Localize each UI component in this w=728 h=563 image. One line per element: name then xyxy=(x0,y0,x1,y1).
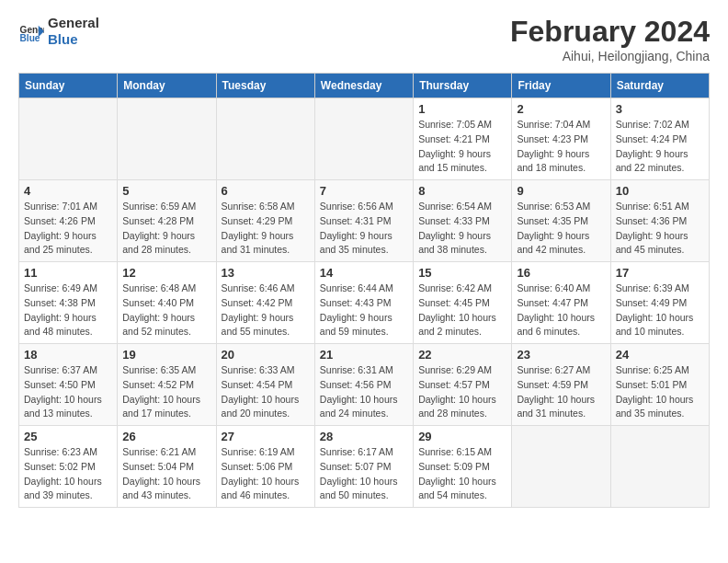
calendar-week-row: 18Sunrise: 6:37 AM Sunset: 4:50 PM Dayli… xyxy=(19,344,710,426)
day-detail: Sunrise: 6:27 AM Sunset: 4:59 PM Dayligh… xyxy=(517,363,605,421)
day-detail: Sunrise: 6:17 AM Sunset: 5:07 PM Dayligh… xyxy=(320,445,408,503)
day-number: 12 xyxy=(122,266,210,280)
calendar-cell: 27Sunrise: 6:19 AM Sunset: 5:06 PM Dayli… xyxy=(216,426,314,508)
logo: General Blue General Blue xyxy=(18,15,99,48)
day-number: 3 xyxy=(616,102,704,116)
calendar-cell: 19Sunrise: 6:35 AM Sunset: 4:52 PM Dayli… xyxy=(118,344,216,426)
logo-icon: General Blue xyxy=(18,18,44,44)
calendar-cell: 14Sunrise: 6:44 AM Sunset: 4:43 PM Dayli… xyxy=(314,262,413,344)
calendar-cell xyxy=(118,98,216,180)
weekday-header-tuesday: Tuesday xyxy=(216,74,314,98)
weekday-header-wednesday: Wednesday xyxy=(314,74,413,98)
day-number: 21 xyxy=(320,348,408,362)
page-subtitle: Aihui, Heilongjiang, China xyxy=(510,49,710,63)
day-detail: Sunrise: 6:39 AM Sunset: 4:49 PM Dayligh… xyxy=(616,282,704,339)
calendar-week-row: 11Sunrise: 6:49 AM Sunset: 4:38 PM Dayli… xyxy=(19,262,710,344)
calendar-cell: 1Sunrise: 7:05 AM Sunset: 4:21 PM Daylig… xyxy=(414,98,512,180)
calendar-table: SundayMondayTuesdayWednesdayThursdayFrid… xyxy=(18,73,710,508)
day-number: 7 xyxy=(320,184,408,198)
day-detail: Sunrise: 7:04 AM Sunset: 4:23 PM Dayligh… xyxy=(517,118,605,176)
day-detail: Sunrise: 6:42 AM Sunset: 4:45 PM Dayligh… xyxy=(418,282,506,339)
day-number: 26 xyxy=(122,430,210,443)
day-number: 10 xyxy=(616,184,704,198)
weekday-header-row: SundayMondayTuesdayWednesdayThursdayFrid… xyxy=(19,74,710,98)
day-number: 24 xyxy=(616,348,704,362)
page-header: General Blue General Blue February 2024 … xyxy=(18,15,710,63)
day-number: 5 xyxy=(122,184,210,198)
calendar-cell: 13Sunrise: 6:46 AM Sunset: 4:42 PM Dayli… xyxy=(216,262,314,344)
day-detail: Sunrise: 6:46 AM Sunset: 4:42 PM Dayligh… xyxy=(222,282,310,339)
day-detail: Sunrise: 6:29 AM Sunset: 4:57 PM Dayligh… xyxy=(418,363,506,421)
calendar-cell xyxy=(216,98,314,180)
calendar-cell xyxy=(512,426,610,508)
calendar-cell: 4Sunrise: 7:01 AM Sunset: 4:26 PM Daylig… xyxy=(19,180,118,262)
calendar-week-row: 1Sunrise: 7:05 AM Sunset: 4:21 PM Daylig… xyxy=(19,98,710,180)
page-title: February 2024 xyxy=(510,15,710,49)
calendar-cell: 23Sunrise: 6:27 AM Sunset: 4:59 PM Dayli… xyxy=(512,344,610,426)
calendar-cell: 24Sunrise: 6:25 AM Sunset: 5:01 PM Dayli… xyxy=(610,344,709,426)
day-detail: Sunrise: 6:15 AM Sunset: 5:09 PM Dayligh… xyxy=(418,445,506,503)
day-detail: Sunrise: 6:53 AM Sunset: 4:35 PM Dayligh… xyxy=(517,200,605,258)
day-detail: Sunrise: 6:51 AM Sunset: 4:36 PM Dayligh… xyxy=(616,200,704,258)
calendar-cell: 5Sunrise: 6:59 AM Sunset: 4:28 PM Daylig… xyxy=(118,180,216,262)
day-detail: Sunrise: 6:48 AM Sunset: 4:40 PM Dayligh… xyxy=(122,282,210,339)
calendar-week-row: 4Sunrise: 7:01 AM Sunset: 4:26 PM Daylig… xyxy=(19,180,710,262)
day-number: 28 xyxy=(320,430,408,443)
svg-text:Blue: Blue xyxy=(20,33,40,43)
day-detail: Sunrise: 6:35 AM Sunset: 4:52 PM Dayligh… xyxy=(122,363,210,421)
calendar-cell: 28Sunrise: 6:17 AM Sunset: 5:07 PM Dayli… xyxy=(314,426,413,508)
day-detail: Sunrise: 6:33 AM Sunset: 4:54 PM Dayligh… xyxy=(222,363,310,421)
logo-blue: Blue xyxy=(48,31,99,48)
day-number: 14 xyxy=(320,266,408,280)
calendar-cell: 2Sunrise: 7:04 AM Sunset: 4:23 PM Daylig… xyxy=(512,98,610,180)
calendar-cell: 3Sunrise: 7:02 AM Sunset: 4:24 PM Daylig… xyxy=(610,98,709,180)
day-detail: Sunrise: 6:31 AM Sunset: 4:56 PM Dayligh… xyxy=(320,363,408,421)
calendar-cell xyxy=(19,98,118,180)
calendar-cell: 12Sunrise: 6:48 AM Sunset: 4:40 PM Dayli… xyxy=(118,262,216,344)
calendar-week-row: 25Sunrise: 6:23 AM Sunset: 5:02 PM Dayli… xyxy=(19,426,710,508)
day-detail: Sunrise: 6:23 AM Sunset: 5:02 PM Dayligh… xyxy=(24,445,112,503)
calendar-cell: 22Sunrise: 6:29 AM Sunset: 4:57 PM Dayli… xyxy=(414,344,512,426)
day-detail: Sunrise: 6:58 AM Sunset: 4:29 PM Dayligh… xyxy=(222,200,310,258)
weekday-header-thursday: Thursday xyxy=(414,74,512,98)
logo-general: General xyxy=(48,15,99,31)
day-number: 9 xyxy=(517,184,605,198)
calendar-cell: 15Sunrise: 6:42 AM Sunset: 4:45 PM Dayli… xyxy=(414,262,512,344)
day-number: 22 xyxy=(418,348,506,362)
calendar-cell: 8Sunrise: 6:54 AM Sunset: 4:33 PM Daylig… xyxy=(414,180,512,262)
calendar-cell: 21Sunrise: 6:31 AM Sunset: 4:56 PM Dayli… xyxy=(314,344,413,426)
calendar-cell xyxy=(610,426,709,508)
day-detail: Sunrise: 6:54 AM Sunset: 4:33 PM Dayligh… xyxy=(418,200,506,258)
weekday-header-friday: Friday xyxy=(512,74,610,98)
calendar-cell xyxy=(314,98,413,180)
day-number: 16 xyxy=(517,266,605,280)
day-number: 1 xyxy=(418,102,506,116)
day-number: 17 xyxy=(616,266,704,280)
day-detail: Sunrise: 6:40 AM Sunset: 4:47 PM Dayligh… xyxy=(517,282,605,339)
day-detail: Sunrise: 6:21 AM Sunset: 5:04 PM Dayligh… xyxy=(122,445,210,503)
day-number: 18 xyxy=(24,348,112,362)
day-detail: Sunrise: 6:37 AM Sunset: 4:50 PM Dayligh… xyxy=(24,363,112,421)
calendar-cell: 17Sunrise: 6:39 AM Sunset: 4:49 PM Dayli… xyxy=(610,262,709,344)
calendar-cell: 11Sunrise: 6:49 AM Sunset: 4:38 PM Dayli… xyxy=(19,262,118,344)
calendar-cell: 25Sunrise: 6:23 AM Sunset: 5:02 PM Dayli… xyxy=(19,426,118,508)
calendar-cell: 7Sunrise: 6:56 AM Sunset: 4:31 PM Daylig… xyxy=(314,180,413,262)
day-number: 27 xyxy=(222,430,310,443)
day-detail: Sunrise: 6:25 AM Sunset: 5:01 PM Dayligh… xyxy=(616,363,704,421)
day-number: 8 xyxy=(418,184,506,198)
calendar-cell: 16Sunrise: 6:40 AM Sunset: 4:47 PM Dayli… xyxy=(512,262,610,344)
calendar-cell: 26Sunrise: 6:21 AM Sunset: 5:04 PM Dayli… xyxy=(118,426,216,508)
calendar-cell: 9Sunrise: 6:53 AM Sunset: 4:35 PM Daylig… xyxy=(512,180,610,262)
day-number: 11 xyxy=(24,266,112,280)
day-number: 15 xyxy=(418,266,506,280)
day-number: 4 xyxy=(24,184,112,198)
day-number: 20 xyxy=(222,348,310,362)
day-number: 29 xyxy=(418,430,506,443)
day-number: 2 xyxy=(517,102,605,116)
weekday-header-saturday: Saturday xyxy=(610,74,709,98)
day-detail: Sunrise: 6:49 AM Sunset: 4:38 PM Dayligh… xyxy=(24,282,112,339)
weekday-header-sunday: Sunday xyxy=(19,74,118,98)
title-area: February 2024 Aihui, Heilongjiang, China xyxy=(510,15,710,63)
day-number: 13 xyxy=(222,266,310,280)
day-detail: Sunrise: 7:05 AM Sunset: 4:21 PM Dayligh… xyxy=(418,118,506,176)
